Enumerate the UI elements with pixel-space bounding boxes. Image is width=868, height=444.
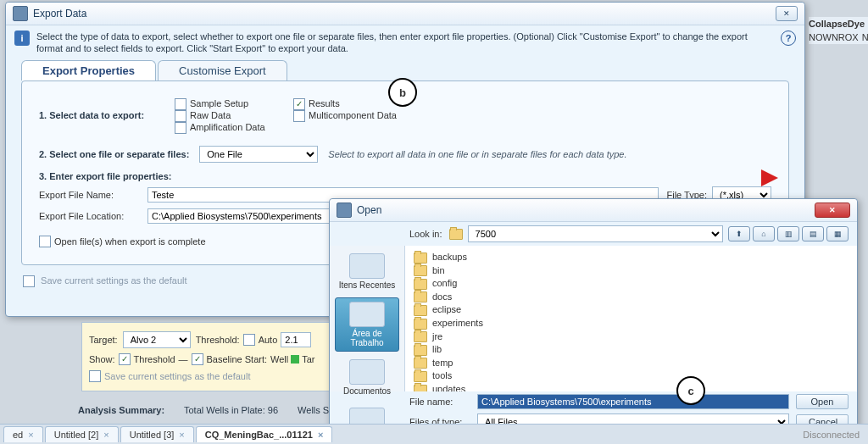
export-info-text: Select the type of data to export, selec… bbox=[36, 31, 774, 55]
list-item[interactable]: eclipse bbox=[414, 303, 849, 317]
chk-baseline[interactable] bbox=[192, 353, 203, 365]
list-item[interactable]: docs bbox=[414, 291, 849, 304]
chk-save-default[interactable] bbox=[23, 275, 35, 287]
place-itens-recentes[interactable]: Itens Recentes bbox=[335, 249, 399, 294]
list-item[interactable]: jre bbox=[414, 330, 849, 344]
folder-icon bbox=[449, 229, 463, 240]
open-title: Open bbox=[357, 204, 812, 216]
place-documentos[interactable]: Documentos bbox=[335, 355, 399, 400]
chk-amplification[interactable] bbox=[175, 122, 186, 134]
filename-input[interactable] bbox=[477, 394, 789, 409]
help-icon[interactable]: ? bbox=[781, 31, 796, 46]
open-button[interactable]: Open bbox=[796, 394, 849, 409]
list-item[interactable]: backups bbox=[414, 251, 849, 264]
chk-save-opts-default[interactable] bbox=[89, 370, 101, 382]
lookin-select[interactable]: 7500 bbox=[468, 225, 723, 242]
footer-tab[interactable]: ed× bbox=[3, 426, 43, 442]
chk-show-threshold[interactable] bbox=[119, 353, 131, 365]
footer-tab-active[interactable]: CQ_MeningBac_...01121× bbox=[196, 426, 333, 442]
step2-label: 2. Select one file or separate files: bbox=[39, 149, 189, 159]
chk-results[interactable] bbox=[293, 98, 305, 110]
footer-bar: ed× Untitled [2]× Untitled [3]× CQ_Menin… bbox=[0, 424, 868, 444]
chk-sample-setup[interactable] bbox=[175, 98, 186, 110]
list-item[interactable]: lib bbox=[414, 343, 849, 357]
threshold-value[interactable] bbox=[281, 332, 311, 347]
list-item[interactable]: tools bbox=[414, 369, 849, 383]
close-icon[interactable]: ✕ bbox=[776, 6, 798, 21]
folder-icon bbox=[337, 203, 352, 218]
footer-tab[interactable]: Untitled [3]× bbox=[120, 426, 194, 442]
list-item[interactable]: temp bbox=[414, 357, 849, 370]
tab-export-properties[interactable]: Export Properties bbox=[21, 60, 156, 80]
filemode-select[interactable]: One File bbox=[199, 146, 318, 163]
up-folder-icon[interactable]: ⬆ bbox=[728, 226, 750, 241]
list-item[interactable]: experiments bbox=[414, 317, 849, 330]
app-icon bbox=[13, 6, 28, 21]
chk-open-after-export[interactable] bbox=[39, 236, 51, 247]
plot-options-panel: Target: Alvo 2 Threshold: Auto Show: Thr… bbox=[81, 322, 351, 391]
target-select[interactable]: Alvo 2 bbox=[123, 331, 191, 348]
details-view-icon[interactable]: ▦ bbox=[826, 226, 849, 241]
red-arrow-icon bbox=[761, 169, 778, 186]
chk-auto-threshold[interactable] bbox=[243, 334, 255, 346]
list-item[interactable]: bin bbox=[414, 264, 849, 278]
marker-c: c bbox=[676, 376, 705, 405]
file-list[interactable]: backupsbinconfigdocseclipseexperimentsjr… bbox=[405, 246, 857, 391]
home-icon[interactable]: ⌂ bbox=[753, 226, 775, 241]
tab-customise-export[interactable]: Customise Export bbox=[158, 60, 287, 80]
marker-b: b bbox=[388, 78, 417, 107]
new-folder-icon[interactable]: ▥ bbox=[777, 226, 799, 241]
close-icon[interactable]: ✕ bbox=[815, 203, 850, 218]
step3-label: 3. Enter export file properties: bbox=[39, 171, 171, 181]
list-view-icon[interactable]: ▤ bbox=[802, 226, 824, 241]
open-dialog: Open ✕ Look in: 7500 ⬆ ⌂ ▥ ▤ ▦ Itens Rec… bbox=[329, 198, 858, 432]
chk-multicomponent[interactable] bbox=[293, 110, 305, 122]
footer-tab[interactable]: Untitled [2]× bbox=[45, 426, 119, 442]
step1-label: 1. Select data to export: bbox=[39, 98, 175, 120]
info-icon: i bbox=[14, 31, 30, 46]
list-item[interactable]: config bbox=[414, 277, 849, 291]
list-item[interactable]: updates bbox=[414, 383, 849, 391]
place-área-de-trabalho[interactable]: Área de Trabalho bbox=[335, 297, 399, 352]
chk-raw-data[interactable] bbox=[175, 110, 186, 122]
export-title: Export Data bbox=[33, 8, 773, 19]
